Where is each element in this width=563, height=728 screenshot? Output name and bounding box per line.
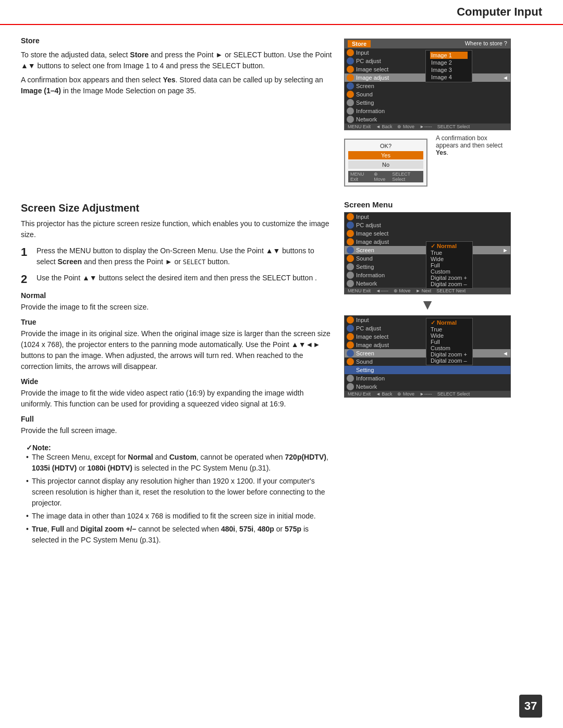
osd-store-footer: MENU Exit ◄ Back ⊕ Move ►----- SELECT Se…	[345, 124, 510, 130]
s1-rp-custom: Custom	[431, 268, 468, 275]
footer-select: SELECT Select	[437, 124, 470, 129]
store-osd: Store Where to store ? Input PC adjust I…	[344, 39, 542, 187]
s1-imageadjust-icon	[347, 238, 354, 245]
input-icon	[347, 49, 354, 56]
footer-move: ⊕ Move	[397, 124, 414, 129]
s1-rp-normal: ✓ Normal	[431, 243, 468, 250]
osd-row-network: Network	[345, 115, 510, 124]
rp-image1: Image 1	[430, 52, 468, 59]
rp-image2: Image 2	[430, 59, 468, 66]
s2-rp-dzoomplus: Digital zoom +	[431, 351, 468, 357]
screen-size-intro: This projector has the picture screen re…	[21, 218, 334, 240]
network-icon	[347, 116, 354, 123]
page-number: 37	[519, 695, 542, 718]
step-1: 1 Press the MENU button to display the O…	[21, 245, 334, 267]
s1-information-icon	[347, 272, 354, 279]
osd-row-setting: Setting	[345, 98, 510, 107]
s2-row-network: Network	[345, 382, 510, 391]
s1-sound-icon	[347, 255, 354, 262]
store-heading: Store	[21, 35, 334, 46]
osd-label-information: Information	[356, 108, 385, 114]
s2-screen-arrow: ◄	[503, 350, 508, 356]
true-text: Provide the image in its original size. …	[21, 328, 334, 372]
osd-row-screen: Screen	[345, 82, 510, 90]
page-title: Computer Input	[21, 5, 542, 19]
s2-footer: MENU Exit ◄ Back ⊕ Move ►----- SELECT Se…	[345, 391, 510, 397]
s1-imageselect-icon	[347, 230, 354, 237]
step-2-text: Use the Point ▲▼ buttons select the desi…	[36, 273, 317, 286]
osd-label-setting: Setting	[356, 100, 374, 106]
s2-pcadjust-icon	[347, 325, 354, 332]
osd-label-pcadjust: PC adjust	[356, 58, 381, 64]
confirm-caption: A confirmation box appears and then sele…	[436, 134, 504, 156]
s2-setting-icon	[347, 366, 354, 374]
normal-text: Provide the image to fit the screen size…	[21, 302, 334, 313]
store-para2: A confirmation box appears and then sele…	[21, 75, 334, 96]
osd-store-header: Store Where to store ?	[345, 39, 510, 48]
s2-rp-dzoomminus: Digital zoom –	[431, 357, 468, 364]
step-1-text: Press the MENU button to display the On-…	[36, 245, 334, 267]
s1-rp-full: Full	[431, 262, 468, 268]
s2-rp-true: True	[431, 326, 468, 332]
rp-image3: Image 3	[430, 66, 468, 73]
step-list: 1 Press the MENU button to display the O…	[21, 245, 334, 286]
s1-screen-arrow: ►	[503, 247, 508, 253]
osd-row-information: Information	[345, 107, 510, 115]
s2-imageadjust-icon	[347, 341, 354, 349]
osd-label-screen: Screen	[356, 83, 374, 89]
imageselect-icon	[347, 66, 354, 73]
osd-label-input: Input	[356, 50, 369, 56]
s2-rp-custom: Custom	[431, 345, 468, 351]
osd-label-imageselect: Image select	[356, 66, 388, 72]
step-1-num: 1	[21, 245, 31, 267]
footer-next: ►-----	[420, 124, 432, 129]
normal-title: Normal	[21, 291, 334, 300]
osd-label-sound: Sound	[356, 91, 373, 97]
full-title: Full	[21, 415, 334, 423]
s1-rp-true: True	[431, 250, 468, 256]
s2-sound-icon	[347, 358, 354, 365]
s1-row-pcadjust: PC adjust	[345, 221, 510, 229]
s2-network-icon	[347, 383, 354, 390]
step-2-num: 2	[21, 273, 31, 286]
s1-rp-dzoomplus: Digital zoom +	[431, 275, 468, 281]
note-item-3: • The image data in other than 1024 x 76…	[26, 511, 334, 522]
confirm-yes-btn: Yes	[348, 151, 423, 159]
s2-row-information: Information	[345, 374, 510, 382]
setting-icon	[347, 99, 354, 106]
note-item-2: • This projector cannot display any reso…	[26, 476, 334, 509]
note-section: ✓Note: • The Screen Menu, except for Nor…	[21, 443, 334, 546]
osd-store-header-right: Where to store ?	[465, 40, 507, 47]
confirm-no-btn: No	[348, 161, 423, 169]
rp-image4: Image 4	[430, 73, 468, 81]
sound-icon	[347, 91, 354, 98]
s1-right-panel: ✓ Normal True Wide Full Custom Digital z…	[426, 241, 473, 289]
note-title: ✓Note:	[26, 443, 334, 452]
screen-menu-title: Screen Menu	[344, 200, 542, 209]
confirm-ok-label: OK?	[348, 143, 423, 149]
pcadjust-icon	[347, 57, 354, 65]
osd-label-network: Network	[356, 116, 377, 122]
note-item-4: • True, Full and Digital zoom +/– cannot…	[26, 524, 334, 546]
footer-back: ◄ Back	[376, 124, 392, 129]
s2-rp-normal: ✓ Normal	[431, 319, 468, 326]
footer-exit: MENU Exit	[348, 124, 371, 129]
s1-rp-wide: Wide	[431, 256, 468, 262]
confirm-box: OK? Yes No MENU Exit ⊕ Move SELECT Selec…	[344, 139, 427, 187]
wide-text: Provide the image to fit the wide video …	[21, 388, 334, 410]
cf-move: ⊕ Move	[374, 171, 389, 182]
s1-network-icon	[347, 280, 354, 287]
screen-osd-1: Input PC adjust Image select Image adjus…	[344, 212, 511, 294]
s2-row-setting: Setting	[345, 366, 510, 374]
s1-rp-dzoomminus: Digital zoom –	[431, 281, 468, 287]
s1-pcadjust-icon	[347, 221, 354, 229]
screen-size-title: Screen Size Adjustment	[21, 202, 334, 214]
cf-select: SELECT Select	[392, 171, 421, 182]
s2-right-panel: ✓ Normal True Wide Full Custom Digital z…	[426, 318, 473, 365]
osd-store-header-title: Store	[348, 40, 371, 47]
osd-label-imageadjust: Image adjust	[356, 75, 389, 81]
true-title: True	[21, 318, 334, 326]
s1-screen-icon	[347, 246, 354, 254]
s2-rp-full: Full	[431, 339, 468, 345]
store-osd-area: Store Where to store ? Input PC adjust I…	[344, 35, 542, 187]
